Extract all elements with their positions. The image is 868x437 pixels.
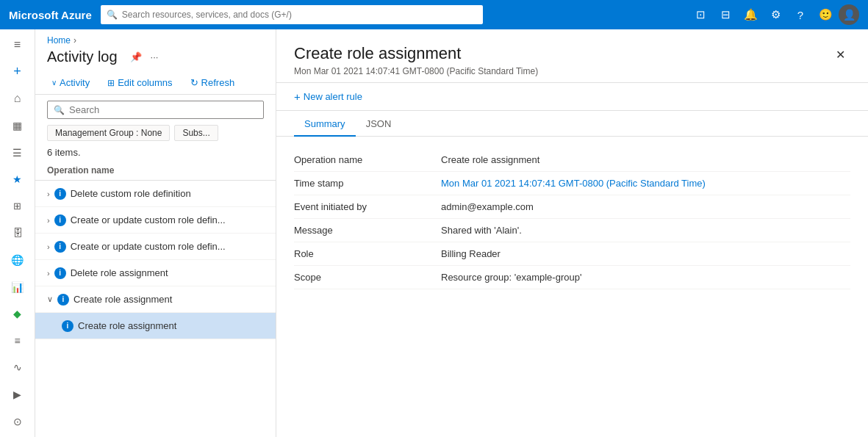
detail-value: Shared with 'Alain'. bbox=[441, 225, 850, 236]
detail-label: Operation name bbox=[294, 154, 441, 165]
global-search-input[interactable] bbox=[122, 10, 477, 20]
sidebar-item-policy[interactable]: ◆ bbox=[3, 301, 32, 327]
chevron-down-icon: ∨ bbox=[51, 79, 57, 87]
row-label: Delete role assignment bbox=[71, 267, 168, 278]
sidebar-item-lists[interactable]: ≡ bbox=[3, 328, 32, 354]
chevron-down-icon: ∨ bbox=[47, 295, 53, 304]
sidebar-item-sql[interactable]: 🗄 bbox=[3, 220, 32, 246]
detail-label: Role bbox=[294, 248, 441, 259]
filter-subscription[interactable]: Subs... bbox=[174, 125, 218, 141]
close-button[interactable]: ✕ bbox=[830, 44, 850, 65]
refresh-icon: ↻ bbox=[190, 77, 198, 88]
filter-management-group[interactable]: Management Group : None bbox=[47, 125, 170, 141]
feedback-icon[interactable]: 🙂 bbox=[814, 3, 837, 26]
breadcrumb-home[interactable]: Home bbox=[47, 35, 71, 46]
activity-label: Activity bbox=[60, 77, 90, 88]
global-search: 🔍 bbox=[101, 5, 483, 24]
detail-label: Event initiated by bbox=[294, 201, 441, 212]
edit-columns-label: Edit columns bbox=[118, 77, 172, 88]
detail-row-timestamp: Time stamp Mon Mar 01 2021 14:07:41 GMT-… bbox=[294, 172, 850, 195]
row-label: Create or update custom role defin... bbox=[71, 214, 226, 225]
chevron-right-icon: › bbox=[47, 269, 50, 278]
sidebar-item-favorites[interactable]: ★ bbox=[3, 167, 32, 192]
info-icon: i bbox=[54, 267, 66, 279]
page-header: Activity log 📌 ··· bbox=[35, 46, 276, 71]
info-icon: i bbox=[54, 214, 66, 226]
sidebar-item-monitor[interactable]: 📊 bbox=[3, 274, 32, 300]
search-icon: 🔍 bbox=[107, 10, 118, 20]
detail-value: Create role assignment bbox=[441, 154, 850, 165]
sidebar-item-support[interactable]: ⊙ bbox=[3, 408, 32, 434]
sidebar-item-devops[interactable]: ∿ bbox=[3, 355, 32, 380]
refresh-label: Refresh bbox=[201, 77, 235, 88]
breadcrumb: Home › bbox=[35, 29, 276, 46]
more-icon[interactable]: ··· bbox=[148, 49, 161, 65]
filter-management-group-label: Management Group : None bbox=[55, 128, 162, 138]
chevron-right-icon: › bbox=[47, 242, 50, 251]
edit-columns-button[interactable]: ⊞ Edit columns bbox=[103, 74, 176, 91]
plus-icon: + bbox=[294, 90, 301, 103]
new-alert-rule-button[interactable]: + New alert rule bbox=[276, 83, 868, 111]
table-row[interactable]: › i Delete role assignment bbox=[35, 260, 276, 286]
detail-label: Scope bbox=[294, 272, 441, 283]
chevron-right-icon: › bbox=[47, 216, 50, 225]
table-row[interactable]: i Create role assignment bbox=[35, 313, 276, 339]
sidebar: ≡ + ⌂ ▦ ☰ ★ ⊞ 🗄 🌐 📊 ◆ ≡ ∿ ▶ ⊙ bbox=[0, 29, 35, 437]
main-layout: ≡ + ⌂ ▦ ☰ ★ ⊞ 🗄 🌐 📊 ◆ ≡ ∿ ▶ ⊙ Home › Act… bbox=[0, 29, 868, 437]
notifications-icon[interactable]: 🔔 bbox=[739, 3, 762, 26]
tab-summary[interactable]: Summary bbox=[294, 111, 356, 137]
info-icon: i bbox=[57, 294, 69, 306]
detail-row-operation-name: Operation name Create role assignment bbox=[294, 148, 850, 172]
directory-icon[interactable]: ⊟ bbox=[714, 3, 737, 26]
activity-button[interactable]: ∨ Activity bbox=[47, 74, 94, 91]
search-bar: 🔍 bbox=[47, 101, 264, 119]
help-icon[interactable]: ? bbox=[789, 3, 812, 26]
refresh-button[interactable]: ↻ Refresh bbox=[186, 74, 240, 91]
table-body: › i Delete custom role definition › i Cr… bbox=[35, 181, 276, 437]
pin-icon[interactable]: 📌 bbox=[128, 49, 144, 65]
detail-title: Create role assignment bbox=[294, 44, 830, 63]
page-header-actions: 📌 ··· bbox=[128, 49, 161, 65]
detail-value: admin@example.com bbox=[441, 201, 850, 212]
toolbar: ∨ Activity ⊞ Edit columns ↻ Refresh bbox=[35, 71, 276, 95]
sidebar-item-home[interactable]: ⌂ bbox=[3, 86, 32, 112]
sidebar-item-portal-menu[interactable]: ⊞ bbox=[3, 194, 32, 220]
detail-row-message: Message Shared with 'Alain'. bbox=[294, 219, 850, 242]
detail-row-event-initiated: Event initiated by admin@example.com bbox=[294, 195, 850, 219]
table-row[interactable]: › i Create or update custom role defin..… bbox=[35, 207, 276, 234]
sidebar-item-dashboard[interactable]: ▦ bbox=[3, 113, 32, 139]
sidebar-item-run[interactable]: ▶ bbox=[3, 382, 32, 408]
page-title: Activity log bbox=[47, 48, 118, 65]
item-count: 6 items. bbox=[35, 144, 276, 161]
table-row[interactable]: › i Delete custom role definition bbox=[35, 181, 276, 207]
filters: Management Group : None Subs... bbox=[35, 122, 276, 144]
filter-subscription-label: Subs... bbox=[182, 128, 209, 138]
left-panel: Home › Activity log 📌 ··· ∨ Activity ⊞ E… bbox=[35, 29, 276, 437]
table-row[interactable]: › i Create or update custom role defin..… bbox=[35, 234, 276, 260]
row-label: Create role assignment bbox=[78, 320, 176, 331]
table-header: Operation name bbox=[35, 161, 276, 181]
detail-title-block: Create role assignment Mon Mar 01 2021 1… bbox=[294, 44, 830, 76]
tab-json[interactable]: JSON bbox=[356, 111, 402, 137]
settings-icon[interactable]: ⚙ bbox=[764, 3, 787, 26]
topnav: Microsoft Azure 🔍 ⊡ ⊟ 🔔 ⚙ ? 🙂 👤 bbox=[0, 0, 868, 29]
avatar[interactable]: 👤 bbox=[839, 4, 859, 25]
columns-icon: ⊞ bbox=[107, 78, 115, 88]
sidebar-item-network[interactable]: 🌐 bbox=[3, 248, 32, 273]
detail-panel: Create role assignment Mon Mar 01 2021 1… bbox=[276, 29, 868, 437]
detail-row-role: Role Billing Reader bbox=[294, 242, 850, 266]
cloud-shell-icon[interactable]: ⊡ bbox=[689, 3, 712, 26]
detail-value: Resource group: 'example-group' bbox=[441, 272, 850, 283]
detail-label: Time stamp bbox=[294, 178, 441, 189]
table-row[interactable]: ∨ i Create role assignment bbox=[35, 286, 276, 313]
row-label: Create role assignment bbox=[73, 294, 172, 305]
sidebar-item-collapse[interactable]: ≡ bbox=[3, 32, 32, 58]
sidebar-item-all-services[interactable]: ☰ bbox=[3, 140, 32, 165]
detail-header: Create role assignment Mon Mar 01 2021 1… bbox=[276, 29, 868, 83]
detail-value-timestamp[interactable]: Mon Mar 01 2021 14:07:41 GMT-0800 (Pacif… bbox=[441, 178, 850, 189]
search-input[interactable] bbox=[69, 104, 257, 115]
detail-table: Operation name Create role assignment Ti… bbox=[276, 137, 868, 301]
topnav-icons: ⊡ ⊟ 🔔 ⚙ ? 🙂 👤 bbox=[689, 3, 859, 26]
detail-row-scope: Scope Resource group: 'example-group' bbox=[294, 266, 850, 289]
sidebar-item-create[interactable]: + bbox=[3, 59, 32, 85]
